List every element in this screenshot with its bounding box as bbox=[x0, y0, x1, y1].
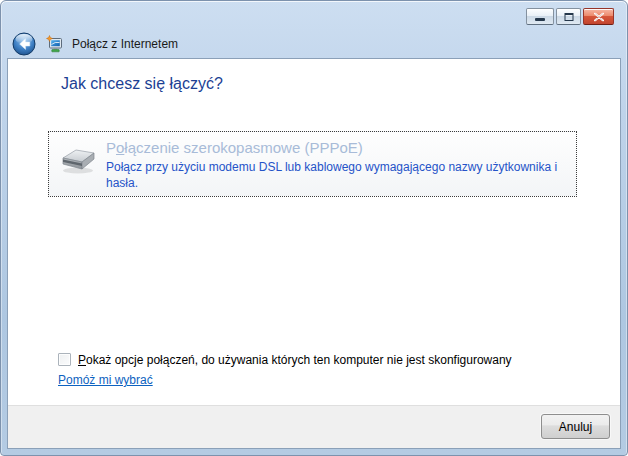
help-me-choose-link[interactable]: Pomóż mi wybrać bbox=[58, 373, 153, 387]
show-options-label: Pokaż opcje połączeń, do używania któryc… bbox=[78, 353, 512, 367]
client-area: Jak chcesz się łączyć? bbox=[7, 58, 621, 449]
maximize-button[interactable] bbox=[556, 8, 581, 25]
show-options-checkbox[interactable] bbox=[58, 353, 71, 366]
main-instruction: Jak chcesz się łączyć? bbox=[61, 75, 223, 93]
wizard-window: Połącz z Internetem Jak chcesz się łączy… bbox=[0, 0, 628, 456]
close-button[interactable] bbox=[583, 8, 614, 25]
modem-icon bbox=[58, 145, 98, 175]
back-button[interactable] bbox=[12, 32, 36, 56]
option-title-rest: łączenie szerokopasmowe (PPPoE) bbox=[124, 139, 362, 156]
show-options-row: Pokaż opcje połączeń, do używania któryc… bbox=[58, 353, 512, 367]
checkbox-label-mnemonic: P bbox=[78, 353, 86, 367]
option-description: Połącz przy użyciu modemu DSL lub kablow… bbox=[106, 159, 558, 191]
title-bar-controls bbox=[526, 8, 614, 25]
page-title: Połącz z Internetem bbox=[72, 37, 178, 51]
option-text: Połączenie szerokopasmowe (PPPoE) Połącz… bbox=[106, 132, 558, 191]
back-arrow-icon bbox=[12, 32, 36, 56]
option-title-prefix: P bbox=[106, 139, 116, 156]
footer-bar: Anuluj bbox=[8, 405, 620, 448]
minimize-button[interactable] bbox=[526, 8, 554, 25]
navigation-bar: Połącz z Internetem bbox=[1, 29, 627, 58]
close-icon bbox=[593, 12, 604, 21]
option-title: Połączenie szerokopasmowe (PPPoE) bbox=[106, 139, 558, 157]
broadband-pppoe-option[interactable]: Połączenie szerokopasmowe (PPPoE) Połącz… bbox=[48, 131, 577, 197]
maximize-icon bbox=[564, 13, 573, 21]
minimize-icon bbox=[535, 18, 545, 21]
connect-internet-icon bbox=[46, 35, 64, 53]
cancel-button[interactable]: Anuluj bbox=[541, 414, 610, 439]
checkbox-label-rest: okaż opcje połączeń, do używania których… bbox=[86, 353, 512, 367]
wizard-page: Jak chcesz się łączyć? bbox=[8, 59, 620, 405]
